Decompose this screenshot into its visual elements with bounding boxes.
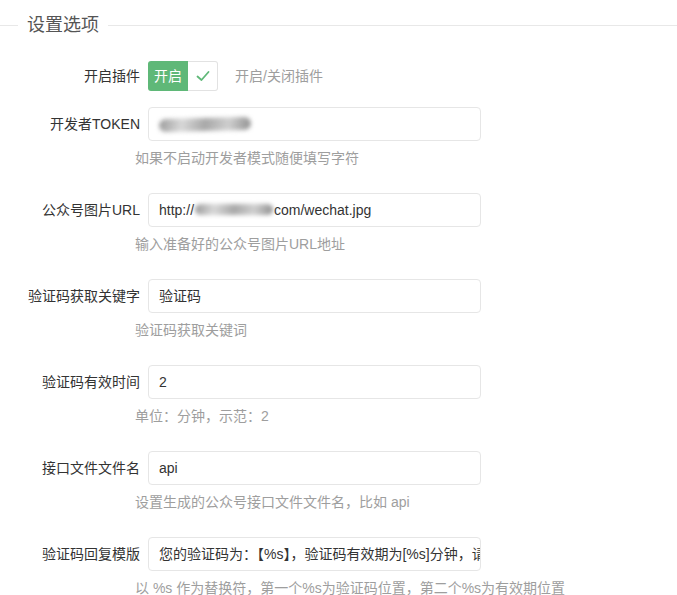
check-icon [194, 67, 212, 85]
settings-page: 设置选项 开启插件 开启 [0, 15, 677, 595]
captcha-expire-input[interactable]: 2 [148, 365, 481, 399]
captcha-keyword-row: 验证码获取关键字 验证码 验证码获取关键词 [0, 279, 677, 339]
captcha-keyword-label: 验证码获取关键字 [0, 279, 140, 313]
redacted-value [195, 204, 273, 215]
captcha-keyword-input[interactable]: 验证码 [148, 279, 481, 313]
url-suffix: com/wechat.jpg [274, 202, 371, 218]
captcha-expire-row: 验证码有效时间 2 单位：分钟，示范：2 [0, 365, 677, 425]
plugin-enable-label: 开启插件 [0, 61, 140, 91]
api-filename-label: 接口文件文件名 [0, 451, 140, 485]
image-url-hint: 输入准备好的公众号图片URL地址 [135, 235, 481, 253]
settings-section: 设置选项 [0, 15, 677, 35]
reply-template-label: 验证码回复模版 [0, 537, 140, 571]
plugin-enable-row: 开启插件 开启 开启/关闭插件 [0, 61, 677, 91]
reply-template-input[interactable]: 您的验证码为：【%s】，验证码有效期为[%s]分钟，请 [148, 537, 481, 571]
api-filename-row: 接口文件文件名 api 设置生成的公众号接口文件文件名，比如 api [0, 451, 677, 511]
settings-section-title: 设置选项 [18, 15, 108, 35]
captcha-expire-hint: 单位：分钟，示范：2 [135, 407, 481, 425]
captcha-expire-label: 验证码有效时间 [0, 365, 140, 399]
captcha-keyword-hint: 验证码获取关键词 [135, 321, 481, 339]
image-url-row: 公众号图片URL http://com/wechat.jpg 输入准备好的公众号… [0, 193, 677, 253]
developer-token-hint: 如果不启动开发者模式随便填写字符 [135, 149, 481, 167]
toggle-on-button[interactable]: 开启 [148, 61, 188, 91]
developer-token-row: 开发者TOKEN 如果不启动开发者模式随便填写字符 [0, 107, 677, 167]
settings-form: 开启插件 开启 开启/关闭插件 [0, 61, 677, 595]
image-url-label: 公众号图片URL [0, 193, 140, 227]
redacted-value [159, 117, 251, 132]
api-filename-input[interactable]: api [148, 451, 481, 485]
reply-template-row: 验证码回复模版 您的验证码为：【%s】，验证码有效期为[%s]分钟，请 以 %s… [0, 537, 677, 595]
reply-template-hint: 以 %s 作为替换符，第一个%s为验证码位置，第二个%s为有效期位置 [135, 579, 565, 595]
api-filename-hint: 设置生成的公众号接口文件文件名，比如 api [135, 493, 481, 511]
plugin-enable-hint: 开启/关闭插件 [235, 61, 323, 91]
developer-token-input[interactable] [148, 107, 481, 141]
image-url-input[interactable]: http://com/wechat.jpg [148, 193, 481, 227]
toggle-check-box[interactable] [188, 61, 218, 91]
url-prefix: http:// [159, 202, 194, 218]
developer-token-label: 开发者TOKEN [0, 107, 140, 141]
plugin-toggle[interactable]: 开启 [148, 61, 218, 91]
